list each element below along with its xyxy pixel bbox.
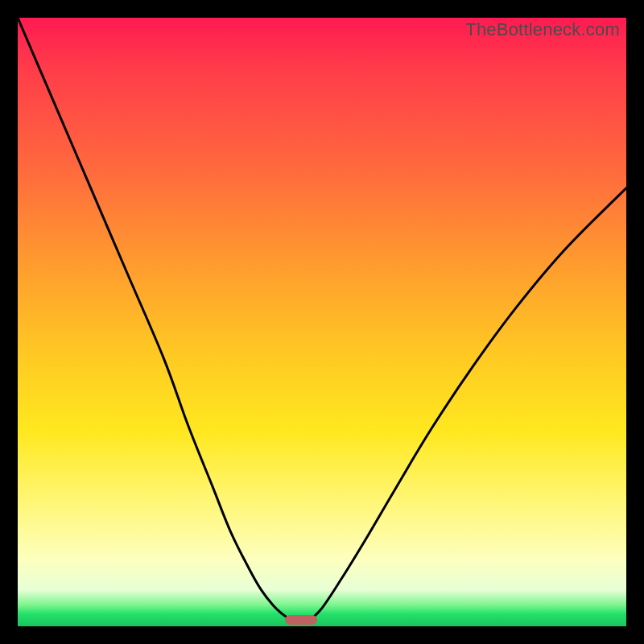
plot-area: TheBottleneck.com: [18, 18, 626, 626]
chart-frame: TheBottleneck.com: [0, 0, 644, 644]
min-marker: [285, 615, 317, 625]
curve-left-path: [18, 18, 291, 620]
bottleneck-curve: [18, 18, 626, 626]
curve-right-path: [310, 188, 626, 621]
